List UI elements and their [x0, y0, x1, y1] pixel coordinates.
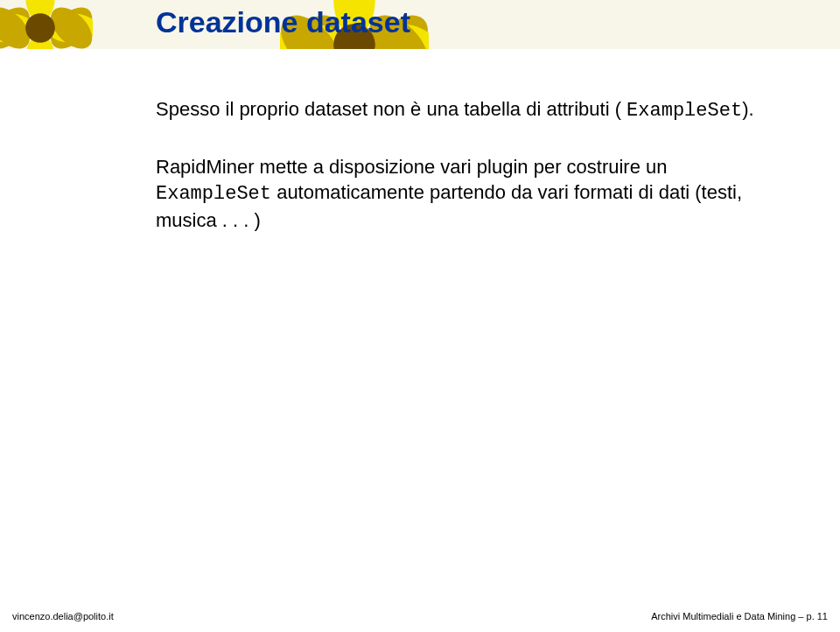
flower-decoration-left [0, 0, 93, 49]
footer-email: vincenzo.delia@polito.it [12, 611, 114, 621]
header-banner [0, 0, 840, 49]
p2-text-a: RapidMiner mette a disposizione vari plu… [156, 156, 668, 178]
slide-title: Creazione dataset [156, 5, 410, 39]
p1-text-a: Spesso il proprio dataset non è una tabe… [156, 98, 626, 120]
p1-text-b: ). [742, 98, 753, 120]
paragraph-1: Spesso il proprio dataset non è una tabe… [156, 96, 788, 124]
paragraph-2: RapidMiner mette a disposizione vari plu… [156, 154, 788, 234]
p2-code: ExampleSet [156, 183, 271, 205]
footer-page-info: Archivi Multimediali e Data Mining – p. … [651, 611, 828, 621]
svg-point-8 [25, 13, 55, 43]
p1-code: ExampleSet [626, 100, 742, 122]
slide-body: Spesso il proprio dataset non è una tabe… [156, 96, 788, 234]
